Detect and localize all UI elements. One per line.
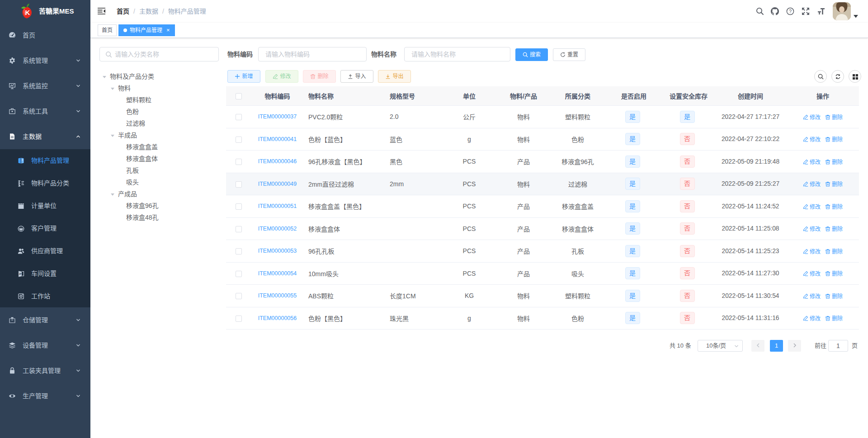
- svg-text:2P: 2P: [19, 273, 22, 275]
- svg-text:K: K: [25, 9, 30, 16]
- svg-text:?: ?: [789, 9, 792, 14]
